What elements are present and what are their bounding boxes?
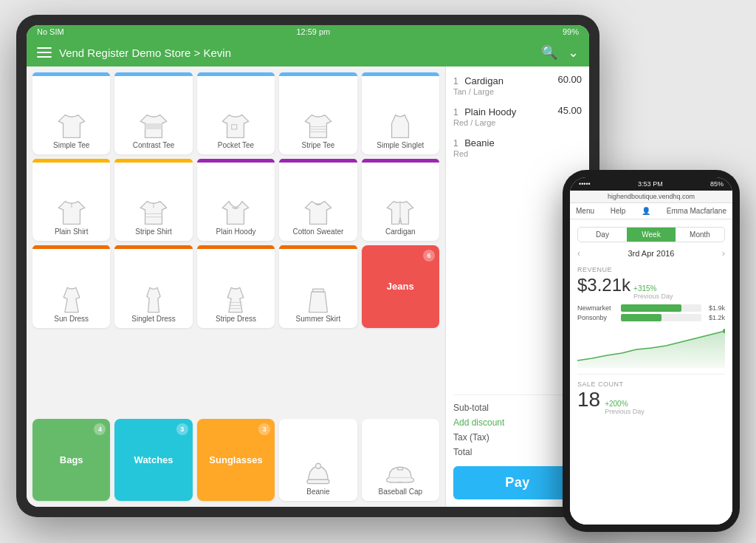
revenue-section: REVENUE $3.21k +315% Previous Day Newmar… — [577, 266, 725, 321]
cart-item-1[interactable]: 1 Cardigan Tan / Large 60.00 — [453, 74, 582, 96]
product-watches[interactable]: 3 Watches — [114, 419, 192, 501]
cart-item-variant: Red — [453, 149, 495, 158]
add-discount-link[interactable]: Add discount — [453, 417, 504, 428]
product-label: Beanie — [306, 488, 329, 496]
product-label: Stripe Dress — [216, 315, 256, 324]
phone-status-bar: ••••• 3:53 PM 85% — [570, 177, 732, 191]
product-simple-tee[interactable]: Simple Tee — [32, 72, 110, 154]
tablet-screen: No SIM 12:59 pm 99% Vend Register Demo S… — [27, 25, 589, 507]
tab-week[interactable]: Week — [627, 228, 676, 242]
phone-time: 3:53 PM — [638, 180, 663, 188]
cart-item-2[interactable]: 1 Plain Hoody Red / Large 45.00 — [453, 105, 582, 127]
cart-item-info: 1 Cardigan Tan / Large — [453, 74, 504, 96]
product-cotton-sweater[interactable]: Cotton Sweater — [279, 159, 357, 241]
product-plain-shirt[interactable]: Plain Shirt — [32, 159, 110, 241]
phone-screen: ••••• 3:53 PM 85% highendboutique.vendhq… — [570, 177, 732, 525]
product-contrast-tee[interactable]: Contrast Tee — [114, 72, 192, 154]
product-sun-dress[interactable]: Sun Dress — [32, 245, 110, 327]
product-empty4 — [279, 332, 357, 414]
svg-point-14 — [315, 463, 320, 468]
tablet: No SIM 12:59 pm 99% Vend Register Demo S… — [16, 15, 599, 517]
product-label: Contrast Tee — [133, 141, 175, 150]
product-beanie[interactable]: Beanie — [279, 419, 357, 501]
product-label: Sun Dress — [54, 315, 89, 324]
prev-date-arrow[interactable]: ‹ — [577, 248, 580, 259]
svg-rect-13 — [307, 479, 329, 483]
bags-badge: 4 — [94, 423, 106, 435]
scene: No SIM 12:59 pm 99% Vend Register Demo S… — [16, 15, 740, 532]
product-label: Sunglasses — [209, 454, 262, 466]
product-stripe-dress[interactable]: Stripe Dress — [197, 245, 275, 327]
cart-item-3[interactable]: 1 Beanie Red — [453, 136, 582, 158]
svg-rect-15 — [398, 468, 403, 471]
menu-icon[interactable] — [37, 47, 52, 58]
product-plain-hoody[interactable]: Plain Hoody — [197, 159, 275, 241]
cart-item-qty: 1 — [453, 138, 458, 148]
phone-content: Day Week Month ‹ 3rd Apr 2016 › REVENUE … — [570, 219, 732, 525]
revenue-amount: $3.21k — [577, 275, 630, 296]
product-empty3 — [197, 332, 275, 414]
revenue-label: REVENUE — [577, 266, 725, 273]
tab-month[interactable]: Month — [676, 228, 724, 242]
mini-chart — [577, 327, 725, 368]
phone-url-bar: highendboutique.vendhq.com — [570, 191, 732, 203]
location-bar — [621, 314, 662, 321]
product-label: Baseball Cap — [379, 488, 422, 496]
product-label: Cardigan — [385, 228, 416, 236]
product-empty2 — [114, 332, 192, 414]
product-cardigan[interactable]: Cardigan — [362, 159, 439, 241]
total-label: Total — [453, 447, 472, 457]
location-newmarket: Newmarket $1.9k — [577, 304, 725, 312]
product-jeans[interactable]: 6 Jeans — [362, 245, 439, 327]
menu-nav-item[interactable]: Menu — [576, 207, 594, 215]
product-stripe-shirt[interactable]: Stripe Shirt — [114, 159, 192, 241]
product-singlet-dress[interactable]: Singlet Dress — [114, 245, 192, 327]
header-right: 🔍 ⌄ — [541, 44, 579, 61]
location-value: $1.9k — [704, 304, 725, 312]
revenue-change: +315% — [633, 284, 673, 293]
product-summer-skirt[interactable]: Summer Skirt — [279, 245, 357, 327]
product-simple-singlet[interactable]: Simple Singlet — [362, 72, 439, 154]
product-label: Stripe Tee — [301, 141, 334, 150]
carrier-label: No SIM — [37, 27, 64, 36]
period-tabs: Day Week Month — [577, 227, 725, 242]
sale-count-change-label: Previous Day — [605, 408, 645, 415]
search-icon[interactable]: 🔍 — [541, 44, 557, 61]
product-sunglasses[interactable]: 3 Sunglasses — [197, 419, 275, 501]
product-label: Stripe Shirt — [135, 228, 171, 236]
tablet-header: Vend Register Demo Store > Kevin 🔍 ⌄ — [27, 38, 589, 66]
cart-item-variant: Tan / Large — [453, 87, 504, 96]
cart-item-name: Beanie — [464, 137, 494, 148]
tablet-body: Simple Tee Contrast Tee — [27, 66, 589, 507]
svg-rect-12 — [312, 289, 323, 292]
revenue-change-label: Previous Day — [633, 293, 673, 300]
product-pocket-tee[interactable]: Pocket Tee — [197, 72, 275, 154]
phone-nav: Menu Help 👤 Emma Macfarlane — [570, 203, 732, 219]
sale-count-row: 18 +200% Previous Day — [577, 388, 725, 415]
next-date-arrow[interactable]: › — [722, 248, 725, 259]
help-nav-item[interactable]: Help — [611, 207, 626, 215]
product-stripe-tee[interactable]: Stripe Tee — [279, 72, 357, 154]
product-baseball-cap[interactable]: Baseball Cap — [362, 419, 439, 501]
sunglasses-badge: 3 — [258, 423, 270, 435]
tax-label: Tax (Tax) — [453, 432, 489, 443]
subtotal-label: Sub-total — [453, 403, 489, 413]
product-bags[interactable]: 4 Bags — [32, 419, 110, 501]
product-label: Summer Skirt — [296, 315, 341, 324]
product-label: Plain Shirt — [55, 228, 89, 236]
time-label: 12:59 pm — [296, 27, 330, 36]
sale-count-section: SALE COUNT 18 +200% Previous Day — [577, 374, 725, 415]
location-ponsonby: Ponsonby $1.2k — [577, 314, 725, 321]
phone-carrier: ••••• — [579, 180, 591, 188]
product-label: Bags — [60, 454, 83, 466]
chevron-down-icon[interactable]: ⌄ — [568, 44, 579, 61]
product-label: Simple Singlet — [377, 141, 424, 150]
user-icon: 👤 — [642, 207, 650, 215]
product-label: Plain Hoody — [216, 228, 256, 236]
location-bar — [621, 304, 681, 312]
cart-item-qty: 1 — [453, 76, 458, 86]
cart-item-variant: Red / Large — [453, 118, 516, 127]
revenue-value-row: $3.21k +315% Previous Day — [577, 275, 725, 300]
location-name: Newmarket — [577, 304, 618, 312]
tab-day[interactable]: Day — [578, 228, 627, 242]
